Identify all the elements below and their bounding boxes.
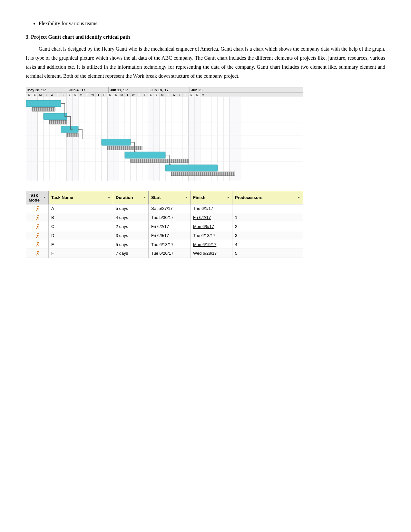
svg-line-81 [36, 236, 37, 238]
svg-line-84 [38, 235, 39, 235]
duration-cell: 5 days [113, 240, 149, 249]
svg-line-87 [36, 245, 37, 246]
svg-line-66 [38, 208, 39, 208]
task-mode-icon [34, 250, 40, 256]
svg-line-95 [37, 253, 38, 253]
th-task-mode: Task Mode [26, 191, 49, 204]
svg-line-75 [36, 227, 37, 229]
finish-cell: Thu 6/1/17 [191, 204, 232, 213]
th-predecessors-sort-icon[interactable] [298, 197, 300, 198]
svg-rect-52 [67, 133, 78, 137]
svg-line-65 [37, 208, 38, 209]
svg-point-67 [37, 215, 39, 216]
svg-rect-53 [102, 139, 131, 145]
task-mode-icon [34, 232, 40, 239]
svg-line-71 [37, 217, 38, 218]
start-cell: Tue 5/30/17 [149, 213, 191, 222]
task-name-cell: E [49, 240, 113, 249]
table-row: F7 daysTue 6/20/17Wed 6/28/175 [26, 249, 303, 258]
duration-cell: 2 days [113, 222, 149, 231]
task-mode-cell [26, 213, 49, 222]
task-table: Task Mode Task Name Duration Start [26, 191, 303, 258]
th-finish: Finish [191, 191, 232, 204]
svg-point-85 [37, 242, 39, 243]
gantt-svg [26, 97, 303, 181]
th-duration: Duration [113, 191, 149, 204]
main-paragraph: Gantt chart is designed by the Henry Gan… [26, 44, 385, 81]
svg-line-90 [38, 244, 39, 244]
start-cell: Tue 6/20/17 [149, 249, 191, 258]
task-mode-icon [34, 206, 40, 212]
bullet-item-1: Flexibility for various teams. [39, 19, 385, 28]
th-task-name-sort-icon[interactable] [108, 197, 110, 198]
task-mode-cell [26, 240, 49, 249]
svg-rect-49 [44, 113, 67, 120]
gantt-chart: May 28, '17 Jun 4, '17 Jun 11, '17 Jun 1… [26, 87, 303, 181]
th-duration-sort-icon[interactable] [143, 197, 146, 198]
task-mode-icon [34, 214, 40, 221]
finish-cell: Fri 6/2/17 [191, 213, 232, 222]
svg-line-83 [37, 235, 38, 236]
svg-point-73 [37, 224, 39, 225]
predecessors-cell: 2 [232, 222, 303, 231]
finish-cell: Mon 6/5/17 [191, 222, 232, 231]
svg-point-91 [37, 251, 39, 252]
th-start-sort-icon[interactable] [185, 197, 188, 198]
gantt-week-labels: May 28, '17 Jun 4, '17 Jun 11, '17 Jun 1… [26, 87, 303, 93]
svg-rect-50 [49, 120, 67, 124]
svg-line-70 [37, 218, 39, 219]
svg-line-94 [37, 254, 39, 255]
predecessors-cell: 3 [232, 231, 303, 240]
section-heading: 3. Project Gantt chart and identify crit… [26, 34, 385, 40]
table-row: E5 daysTue 6/13/17Mon 6/19/174 [26, 240, 303, 249]
duration-cell: 7 days [113, 249, 149, 258]
svg-line-77 [37, 226, 38, 227]
table-row: C2 daysFri 6/2/17Mon 6/5/172 [26, 222, 303, 231]
table-row: B4 daysTue 5/30/17Fri 6/2/171 [26, 213, 303, 222]
svg-line-78 [38, 226, 39, 226]
svg-rect-48 [32, 107, 55, 111]
table-row: A5 daysSat 5/27/17Thu 6/1/17 [26, 204, 303, 213]
svg-line-64 [37, 209, 39, 210]
predecessors-cell: 1 [232, 213, 303, 222]
svg-rect-54 [107, 146, 142, 150]
task-name-cell: D [49, 231, 113, 240]
th-predecessors: Predecessors [232, 191, 303, 204]
task-name-cell: F [49, 249, 113, 258]
task-mode-icon [34, 223, 40, 230]
duration-cell: 5 days [113, 204, 149, 213]
bullet-list: Flexibility for various teams. [39, 19, 385, 28]
predecessors-cell: 4 [232, 240, 303, 249]
svg-point-61 [37, 206, 39, 207]
predecessors-cell [232, 204, 303, 213]
gantt-day-labels: S S M T W T F S S M T W T F S S M T W T … [26, 93, 303, 97]
gantt-body [26, 97, 303, 181]
svg-line-82 [37, 236, 39, 237]
task-mode-cell [26, 231, 49, 240]
th-finish-sort-icon[interactable] [227, 197, 230, 198]
svg-line-89 [37, 244, 38, 244]
duration-cell: 4 days [113, 213, 149, 222]
svg-rect-56 [131, 159, 189, 163]
start-cell: Fri 6/9/17 [149, 231, 191, 240]
svg-rect-57 [165, 165, 218, 171]
task-mode-cell [26, 249, 49, 258]
svg-rect-47 [26, 100, 61, 107]
table-row: D3 daysFri 6/9/17Tue 6/13/173 [26, 231, 303, 240]
svg-line-76 [37, 227, 39, 228]
predecessors-cell: 5 [232, 249, 303, 258]
duration-cell: 3 days [113, 231, 149, 240]
task-name-cell: A [49, 204, 113, 213]
task-name-cell: C [49, 222, 113, 231]
svg-line-88 [37, 245, 39, 246]
finish-cell: Tue 6/13/17 [191, 231, 232, 240]
task-mode-cell [26, 222, 49, 231]
svg-rect-58 [171, 172, 235, 176]
start-cell: Fri 6/2/17 [149, 222, 191, 231]
task-mode-cell [26, 204, 49, 213]
svg-line-96 [38, 253, 39, 253]
th-task-mode-sort-icon[interactable] [43, 197, 46, 198]
finish-cell: Wed 6/28/17 [191, 249, 232, 258]
start-cell: Tue 6/13/17 [149, 240, 191, 249]
start-cell: Sat 5/27/17 [149, 204, 191, 213]
